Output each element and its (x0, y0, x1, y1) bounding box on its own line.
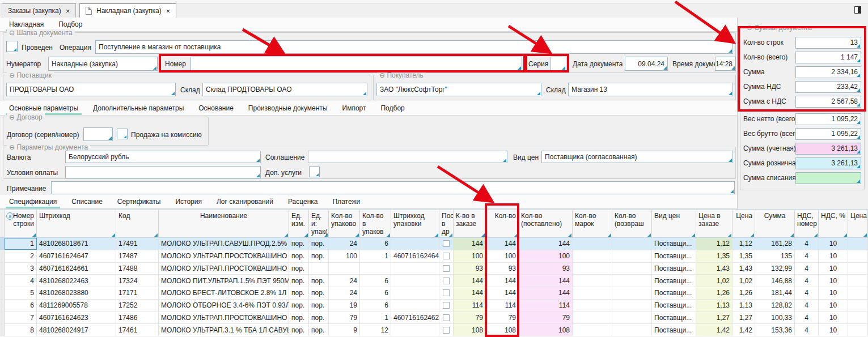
cell-packbar[interactable] (391, 300, 439, 312)
cell-chk[interactable] (439, 300, 454, 312)
cell-qty[interactable]: 144 (486, 238, 519, 250)
cell-sum[interactable]: 100,33 (755, 312, 795, 324)
cell-priceorder[interactable]: 1,13 (696, 300, 732, 312)
cell-packbar[interactable]: 4607161624647 (391, 250, 439, 262)
cell-delivered[interactable]: 100 (519, 250, 573, 262)
row-checkbox[interactable] (443, 265, 450, 272)
cell-price2[interactable] (848, 263, 868, 275)
tab-Дополнительные параметры[interactable]: Дополнительные параметры (92, 101, 185, 115)
cell-qpack[interactable] (329, 263, 360, 275)
column-header-qpack[interactable]: Кол-во упаково (329, 210, 360, 237)
cell-inorder[interactable]: 114 (454, 300, 486, 312)
cell-vatnum[interactable]: 4 (795, 263, 819, 275)
cell-name[interactable]: МОЛОКО УЛЬТРАП.ПРОСТОКВАШИНО 3.2% ... (159, 263, 289, 275)
cell-price2[interactable] (848, 324, 868, 336)
cell-qpack[interactable]: 19 (329, 300, 360, 312)
cell-qpack[interactable]: 24 (329, 238, 360, 250)
cell-returned[interactable] (612, 312, 652, 324)
cell-ed1[interactable]: пор. (289, 238, 309, 250)
cell-sum[interactable]: 128,82 (755, 300, 795, 312)
cell-qpack[interactable]: 24 (329, 275, 360, 287)
cell-price2[interactable] (848, 287, 868, 299)
cell-vatpct[interactable]: 10 (819, 287, 848, 299)
cell-marks[interactable] (573, 275, 612, 287)
cell-name[interactable]: МОЛОКО ОТБОРНОЕ 3.4-6% ПЭТ 0.93Л ЗДРА... (159, 300, 289, 312)
cell-barcode[interactable]: 4810268022463 (37, 275, 116, 287)
cell-inorder[interactable]: 93 (454, 263, 486, 275)
cell-ed1[interactable]: пор. (289, 275, 309, 287)
cell-price2[interactable] (848, 275, 868, 287)
table-row[interactable]: 1481026801867117491МОЛОКО УЛЬТРАП.САВУШ.… (0, 238, 868, 250)
series-field[interactable] (551, 57, 566, 71)
supplier-warehouse-field[interactable]: Склад ПРОДТОВАРЫ ОАО (202, 83, 367, 96)
cell-code[interactable]: 17487 (116, 250, 159, 262)
cell-num[interactable]: 3 (5, 263, 37, 275)
cell-pricetype[interactable]: Поставщи... (652, 300, 696, 312)
totals-value[interactable]: 2 567,58 (795, 96, 861, 108)
cell-name[interactable]: МОЛОКО УЛЬТРАП.ПРОСТОКВАШИНО 2.5% ... (159, 250, 289, 262)
cell-qinpack[interactable]: 6 (360, 287, 391, 299)
column-header-qinpack[interactable]: Кол-во в упаков (360, 210, 391, 237)
cell-pricetype[interactable]: Поставщи... (652, 287, 696, 299)
cell-sum[interactable]: 146,88 (755, 275, 795, 287)
tab-Импорт[interactable]: Импорт (341, 101, 367, 115)
cell-barcode[interactable]: 4810268023880 (37, 287, 116, 299)
cell-packbar[interactable] (391, 275, 439, 287)
cell-ed1[interactable]: пор. (289, 300, 309, 312)
cell-code[interactable]: 17491 (116, 238, 159, 250)
cell-vatnum[interactable]: 4 (795, 324, 819, 336)
cell-sum[interactable]: 161,28 (755, 238, 795, 250)
column-header-chk[interactable]: Пос в др един (439, 210, 454, 237)
contract-field[interactable] (83, 127, 113, 141)
column-header-pricetype[interactable]: Вид цен (652, 210, 696, 237)
close-icon[interactable]: × (66, 7, 70, 15)
cell-pricetype[interactable]: Поставщи... (652, 238, 696, 250)
cell-ed2[interactable]: пор. (309, 324, 329, 336)
tab-Основание[interactable]: Основание (197, 101, 235, 115)
cell-packbar[interactable] (391, 324, 439, 336)
cell-qty[interactable]: 144 (486, 275, 519, 287)
cell-qty[interactable]: 93 (486, 263, 519, 275)
cell-qty[interactable]: 108 (486, 324, 519, 336)
cell-barcode[interactable]: 4607161624661 (37, 263, 116, 275)
cell-chk[interactable] (439, 324, 454, 336)
cell-delivered[interactable]: 144 (519, 238, 573, 250)
cell-pricetype[interactable]: Поставщи... (652, 324, 696, 336)
cell-qpack[interactable]: 9 (329, 324, 360, 336)
table-row[interactable]: 6481126900557817252МОЛОКО ОТБОРНОЕ 3.4-6… (0, 300, 868, 312)
table-row[interactable]: 7460716162462317486МОЛОКО УЛЬТРАП.ПРОСТО… (0, 312, 868, 325)
tab-Списание[interactable]: Списание (70, 195, 104, 208)
cell-num[interactable]: 6 (5, 300, 37, 312)
row-checkbox[interactable] (443, 240, 450, 247)
sort-asc-icon[interactable]: ∧ (6, 212, 14, 220)
cell-barcode[interactable]: 4810268024917 (37, 324, 116, 336)
table-row[interactable]: 3460716162466117488МОЛОКО УЛЬТРАП.ПРОСТО… (0, 263, 868, 275)
column-header-price[interactable]: Цена (732, 210, 755, 237)
restore-window-icon[interactable] (854, 6, 861, 14)
cell-qinpack[interactable]: 1 (360, 312, 391, 324)
tab-Расценка[interactable]: Расценка (287, 195, 319, 208)
cell-price2[interactable] (848, 312, 868, 324)
cell-delivered[interactable]: 93 (519, 263, 573, 275)
row-checkbox[interactable] (443, 253, 450, 259)
cell-pricetype[interactable]: Поставщи... (652, 250, 696, 262)
cell-qty[interactable]: 100 (486, 250, 519, 262)
row-gutter[interactable] (0, 275, 5, 287)
cell-qty[interactable]: 79 (486, 312, 519, 324)
cell-ed1[interactable]: пор. (289, 263, 309, 275)
cell-code[interactable]: 17324 (116, 275, 159, 287)
cell-ed2[interactable]: пор. (309, 312, 329, 324)
buyer-field[interactable]: ЗАО "ЛюксСофтТорг" (376, 83, 541, 96)
totals-value[interactable]: 1 095,22 (795, 113, 861, 125)
cell-packbar[interactable] (391, 287, 439, 299)
tab-Подбор[interactable]: Подбор (379, 101, 405, 115)
row-gutter[interactable] (0, 250, 5, 262)
row-gutter[interactable] (0, 300, 5, 312)
cell-qty[interactable]: 114 (486, 300, 519, 312)
cell-qinpack[interactable] (360, 263, 391, 275)
cell-code[interactable]: 17488 (116, 263, 159, 275)
column-header-delivered[interactable]: Кол-во (поставлено) (519, 210, 573, 237)
cell-vatnum[interactable]: 4 (795, 238, 819, 250)
cell-delivered[interactable]: 114 (519, 300, 573, 312)
cell-vatnum[interactable]: 4 (795, 312, 819, 324)
